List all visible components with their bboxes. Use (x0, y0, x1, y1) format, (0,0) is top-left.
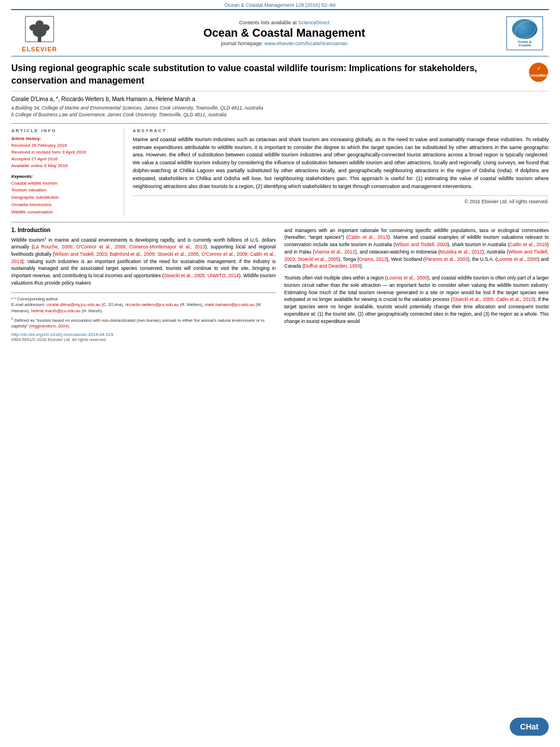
corresponding-author: * * Corresponding author. (11, 296, 276, 303)
section1-right-text-1: and managers with an important rationale… (285, 227, 549, 270)
article-container: Using regional geographic scale substitu… (11, 62, 549, 342)
email-addresses: E-mail addresses: coralie.dlima@my.jcu.e… (11, 302, 276, 314)
journal-title: Ocean & Coastal Management (62, 27, 506, 40)
sciencedirect-label: Contents lists available at ScienceDirec… (62, 20, 506, 25)
abstract-col: ABSTRACT Marine and coastal wildlife tou… (133, 128, 549, 216)
article-info-col: ARTICLE INFO Article history: Received 2… (11, 128, 124, 216)
ref-wilson[interactable]: Wilson and Tisdell, 2003; Balmford et al… (11, 251, 275, 264)
abstract-text: Marine and coastal wildlife tourism indu… (133, 136, 549, 191)
body-right-col: and managers with an important rationale… (285, 227, 549, 342)
article-info-abstract: ARTICLE INFO Article history: Received 2… (11, 123, 549, 216)
keywords-block: Keywords: Coastal wildlife tourism Touri… (11, 174, 118, 216)
ref-loomis-2[interactable]: Loomis et al., 2000 (387, 275, 427, 281)
footnote-1: 1 Defined as "tourism based on encounter… (11, 316, 276, 330)
article-title: Using regional geographic scale substitu… (11, 62, 523, 88)
issn: 0964-5691/© 2016 Elsevier Ltd. All right… (11, 337, 276, 342)
journal-citation: Ocean & Coastal Management 128 (2016) 52… (0, 0, 560, 9)
ref-parsons[interactable]: Parsons et al., 2003 (425, 256, 468, 262)
keyword-4: Orcaella brevirostris (11, 202, 118, 209)
journal-header-center: Contents lists available at ScienceDirec… (62, 20, 506, 46)
article-history: Article history: Received 26 February 20… (11, 136, 118, 169)
journal-homepage-link[interactable]: www.elsevier.com/locate/ocecoaman (265, 41, 348, 46)
keywords-list: Coastal wildlife tourism Tourism valuati… (11, 180, 118, 216)
sciencedirect-link[interactable]: ScienceDirect (298, 20, 330, 25)
keyword-3: Geographic substitution (11, 194, 118, 202)
ref-catlin-2010[interactable]: Catlin et al., 2010 (509, 242, 547, 247)
ref-duffus[interactable]: Duffus and Dearden, 1993 (304, 263, 360, 269)
ref-la-rouche[interactable]: La Rouche, 2006; O'Connor et al., 2009; … (33, 244, 205, 250)
article-title-section: Using regional geographic scale substitu… (11, 62, 549, 91)
ref-higginbottom[interactable]: Higginbottom, 2004 (30, 324, 67, 329)
keyword-2: Tourism valuation (11, 187, 118, 194)
chat-button[interactable]: CHat (510, 718, 549, 736)
keywords-label: Keywords: (11, 174, 118, 179)
journal-globe-icon (512, 19, 537, 39)
accepted-date: Accepted 27 April 2016 (11, 156, 118, 163)
email-link-hamann[interactable]: mark.hamann@jcu.edu.au (205, 302, 255, 307)
ref-stoeckl[interactable]: Stoeckl et al., 2005; UNWTO, 2014 (164, 273, 239, 278)
footnote-area: * * Corresponding author. E-mail address… (11, 292, 276, 342)
elsevier-wordmark: ELSEVIER (22, 46, 57, 53)
crossmark[interactable]: ✓ CrossMark (528, 62, 549, 84)
ref-loomis[interactable]: Loomis et al., 2000 (497, 256, 537, 262)
authors: Coralie D'Lima a, *, Riccardo Welters b,… (11, 96, 549, 102)
copyright: © 2016 Elsevier Ltd. All rights reserved… (133, 195, 549, 204)
body-left-col: 1. Introduction Wildlife tourism1 in mar… (11, 227, 276, 342)
available-date: Available online 6 May 2016 (11, 163, 118, 169)
svg-point-4 (36, 20, 43, 27)
ref-vianna[interactable]: Vianna et al., 2012 (314, 249, 355, 255)
journal-homepage: journal homepage: www.elsevier.com/locat… (62, 41, 506, 46)
email-link-dlima[interactable]: coralie.dlima@my.jcu.edu.au (46, 302, 100, 307)
keyword-1: Coastal wildlife tourism (11, 180, 118, 187)
revised-date: Received in revised form 9 April 2016 (11, 149, 118, 156)
body-content: 1. Introduction Wildlife tourism1 in mar… (11, 222, 549, 342)
journal-header: ELSEVIER Contents lists available at Sci… (11, 9, 549, 56)
svg-text:✓: ✓ (537, 66, 541, 71)
section1-heading: 1. Introduction (11, 227, 276, 233)
elsevier-logo: ELSEVIER (17, 14, 62, 53)
ref-stoeckl-catlin[interactable]: Stoeckl et al., 2005; Catlin et al., 201… (452, 296, 533, 302)
email-link-marsh[interactable]: helene.marsh@jcu.edu.au (31, 308, 81, 313)
article-info-label: ARTICLE INFO (11, 128, 118, 133)
svg-text:CrossMark: CrossMark (528, 73, 549, 77)
section1-right-text-2: Tourists often visit multiple sites with… (285, 274, 549, 325)
email-link-welters[interactable]: riccardo.welters@jcu.edu.au (125, 302, 179, 307)
affiliations: a Building 34, College of Marine and Env… (11, 105, 549, 119)
received-date: Received 26 February 2016 (11, 142, 118, 149)
ref-catlin[interactable]: Catlin et al., 2013 (348, 234, 388, 240)
ref-orams[interactable]: Orams, 2013 (359, 256, 387, 262)
history-label: Article history: (11, 136, 118, 141)
ref-wilson-tisdell[interactable]: Wilson and Tisdell, 2003 (395, 242, 448, 247)
doi-link[interactable]: http://dx.doi.org/10.1016/j.ocecoaman.20… (11, 332, 276, 337)
abstract-label: ABSTRACT (133, 128, 549, 133)
keyword-5: Wildlife conservation (11, 209, 118, 216)
journal-logo-box: Ocean &Coastal (506, 16, 543, 50)
ref-mustika[interactable]: Mustika et al., 2012 (440, 249, 482, 255)
section1-left-text: Wildlife tourism1 in marine and coastal … (11, 236, 276, 287)
